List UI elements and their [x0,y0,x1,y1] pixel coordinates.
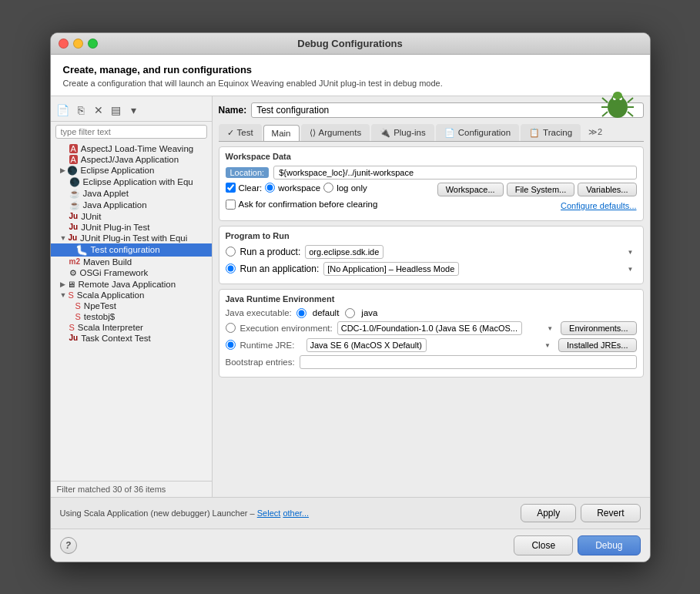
new-config-button[interactable]: 📄 [55,102,71,118]
workspace-button[interactable]: Workspace... [437,183,504,196]
ask-confirm-checkbox[interactable] [226,200,236,210]
svg-line-6 [602,112,608,116]
list-item[interactable]: ☕ Java Application [51,200,212,211]
ask-confirm-row: Ask for confirmation before clearing Con… [226,200,637,213]
location-row: Location: [226,166,637,180]
exec-env-row: Execution environment: CDC-1.0/Foundatio… [226,321,637,335]
exec-env-select-wrapper: CDC-1.0/Foundation-1.0 (Java SE 6 (MacOS… [337,321,556,335]
filter-button[interactable]: ▤ [109,102,124,118]
delete-button[interactable]: ✕ [91,102,106,118]
java-radio[interactable] [345,308,355,318]
aspectj-java-icon: A [69,155,78,164]
default-radio[interactable] [296,308,306,318]
filter-input[interactable] [55,125,207,139]
workspace-radio[interactable] [265,183,275,193]
environments-button[interactable]: Environments... [561,321,636,335]
tab-configuration[interactable]: 📄 Configuration [436,124,519,141]
configure-defaults-link[interactable]: Configure defaults... [382,201,636,210]
clear-checkbox[interactable] [226,183,236,193]
svg-line-9 [628,112,633,116]
exec-env-select[interactable]: CDC-1.0/Foundation-1.0 (Java SE 6 (MacOS… [337,321,522,335]
java-exec-row: Java executable: default java [226,308,637,318]
remote-java-icon: 🖥 [67,280,75,289]
list-item[interactable]: ▼ S Scala Application [51,290,212,300]
list-item[interactable]: S NpeTest [51,300,212,311]
run-product-select-wrapper: org.eclipse.sdk.ide [305,245,636,259]
debug-button[interactable]: Debug [578,535,640,555]
revert-button[interactable]: Revert [581,504,640,522]
close-button[interactable]: Close [514,535,573,555]
eclipse-app-icon: 🌑 [67,166,78,176]
runtime-jre-select-wrapper: Java SE 6 (MacOS X Default) [306,338,554,352]
runtime-jre-select[interactable]: Java SE 6 (MacOS X Default) [306,338,427,352]
list-item[interactable]: 🌑 Eclipse Application with Equ [51,176,212,188]
remote-java-app-item[interactable]: ▶ 🖥 Remote Java Application [51,279,212,290]
apply-button[interactable]: Apply [521,504,576,522]
bootstrap-row: Bootstrap entries: [226,355,637,369]
list-item[interactable]: ▼ Ju JUnit Plug-in Test with Equi [51,233,212,243]
tab-test[interactable]: ✓ Test [219,124,262,141]
exec-env-radio[interactable] [226,323,236,333]
bottom-bar: Using Scala Application (new debugger) L… [51,497,650,529]
run-app-select[interactable]: [No Application] – Headless Mode [323,262,459,276]
footer-bar: ? Close Debug [51,529,650,562]
java-app-icon: ☕ [69,200,80,210]
bootstrap-input[interactable] [300,355,637,369]
name-label: Name: [219,105,247,116]
select-link[interactable]: Select [257,508,281,518]
help-button[interactable]: ? [60,537,77,554]
list-item[interactable]: ⚙ OSGi Framework [51,267,212,279]
list-item[interactable]: Ju JUnit Plug-in Test [51,222,212,233]
list-item[interactable]: m2 Maven Build [51,257,212,267]
tab-arguments[interactable]: ⟨⟩ Arguments [301,124,370,141]
default-radio-label: default [313,308,340,317]
installed-jres-button[interactable]: Installed JREs... [558,338,636,352]
config-tab-icon: 📄 [444,128,455,138]
tab-overflow[interactable]: ≫2 [582,125,608,139]
tab-main[interactable]: Main [263,125,300,141]
svg-line-4 [602,98,608,102]
npetest-icon: S [75,301,81,310]
clear-row: Clear: workspace log only Workspace... F… [226,183,637,196]
close-button[interactable] [59,39,69,49]
header-section: Create, manage, and run configurations C… [51,55,650,96]
runtime-jre-radio[interactable] [226,340,236,350]
other-link[interactable]: other... [283,508,309,518]
tab-plugins[interactable]: 🔌 Plug-ins [371,124,434,141]
window-controls [59,39,98,49]
tab-tracing[interactable]: 📋 Tracing [521,124,581,141]
action-buttons: Apply Revert [521,504,640,522]
log-only-radio[interactable] [323,183,333,193]
list-item[interactable]: A AspectJ/Java Application [51,154,212,165]
run-product-select[interactable]: org.eclipse.sdk.ide [305,245,383,259]
minimize-button[interactable] [73,39,83,49]
item-label: Task Context Test [81,334,151,343]
test-configuration-item[interactable]: 🐛 Test configuration [51,243,212,257]
list-item[interactable]: A AspectJ Load-Time Weaving [51,143,212,154]
sidebar-footer: Filter matched 30 of 36 items [51,481,212,497]
variables-button[interactable]: Variables... [578,183,636,196]
list-item[interactable]: S Scala Interpreter [51,322,212,333]
item-label: JUnit Plug-in Test [81,223,149,232]
log-only-label: log only [337,183,367,193]
list-item[interactable]: Ju Task Context Test [51,333,212,344]
duplicate-button[interactable]: ⎘ [73,102,89,118]
run-app-radio[interactable] [226,263,236,274]
svg-point-10 [613,92,622,99]
list-item[interactable]: S testobj$ [51,311,212,322]
item-label: AspectJ/Java Application [81,155,179,164]
more-button[interactable]: ▾ [126,102,142,118]
file-system-button[interactable]: File System... [507,183,575,196]
arguments-tab-icon: ⟨⟩ [310,128,316,138]
runtime-jre-label: Runtime JRE: [240,341,302,350]
location-input[interactable] [273,166,636,180]
list-item[interactable]: ▶ 🌑 Eclipse Application [51,165,212,176]
maximize-button[interactable] [88,39,98,49]
launcher-text: Using Scala Application (new debugger) L… [60,508,310,518]
item-label: Java Application [83,200,147,210]
name-input[interactable] [251,102,643,118]
list-item[interactable]: ☕ Java Applet [51,188,212,200]
list-item[interactable]: Ju JUnit [51,211,212,222]
ask-confirm-label: Ask for confirmation before clearing [239,200,378,209]
run-product-radio[interactable] [226,247,236,257]
